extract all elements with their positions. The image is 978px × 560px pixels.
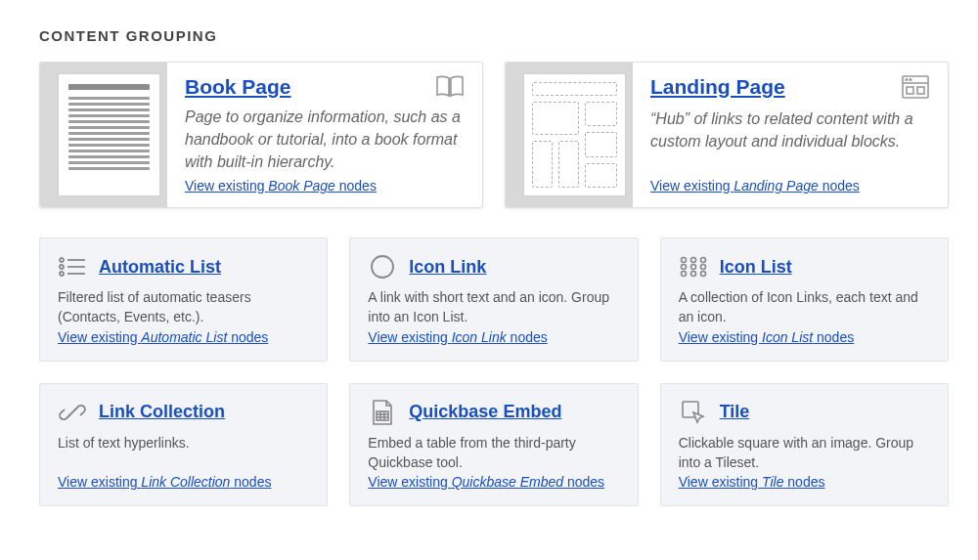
card-quickbase-embed: Quickbase Embed Embed a table from the t… xyxy=(349,383,638,507)
card-title-link[interactable]: Link Collection xyxy=(99,402,225,422)
card-link-collection: Link Collection List of text hyperlinks.… xyxy=(39,383,328,507)
view-link-prefix: View existing xyxy=(368,329,451,345)
dots-grid-icon xyxy=(679,254,708,280)
view-link-suffix: nodes xyxy=(230,474,271,490)
view-link-prefix: View existing xyxy=(650,178,734,194)
view-link-type: Landing Page xyxy=(734,178,818,194)
card-title-link[interactable]: Icon List xyxy=(720,257,792,278)
view-link-suffix: nodes xyxy=(819,178,860,194)
svg-line-23 xyxy=(68,409,76,416)
view-link-suffix: nodes xyxy=(563,474,604,490)
svg-point-17 xyxy=(681,265,686,270)
view-link-suffix: nodes xyxy=(227,329,268,345)
card-title-link[interactable]: Automatic List xyxy=(99,257,221,278)
card-desc: List of text hyperlinks. xyxy=(58,433,309,473)
svg-point-14 xyxy=(681,258,686,263)
table-file-icon xyxy=(368,400,397,425)
view-existing-link[interactable]: View existing Tile nodes xyxy=(679,474,930,490)
bullet-list-icon xyxy=(58,254,87,280)
svg-point-21 xyxy=(690,272,695,277)
svg-rect-24 xyxy=(377,411,388,420)
view-link-prefix: View existing xyxy=(368,474,451,490)
featured-thumb xyxy=(40,63,167,207)
card-desc: Clickable square with an image. Group in… xyxy=(679,433,930,473)
svg-rect-6 xyxy=(917,87,924,94)
featured-body: Book Page Page to organize information, … xyxy=(167,63,482,207)
view-link-suffix: nodes xyxy=(335,178,377,194)
document-thumb-icon xyxy=(58,73,160,196)
svg-point-18 xyxy=(690,265,695,270)
svg-point-3 xyxy=(906,79,908,81)
card-icon-list: Icon List A collection of Icon Links, ea… xyxy=(660,237,949,362)
card-desc: Embed a table from the third-party Quick… xyxy=(368,433,619,473)
view-link-suffix: nodes xyxy=(813,329,854,345)
view-link-prefix: View existing xyxy=(679,474,762,490)
view-existing-link[interactable]: View existing Quickbase Embed nodes xyxy=(368,474,619,490)
view-existing-link[interactable]: View existing Icon Link nodes xyxy=(368,329,619,345)
svg-point-13 xyxy=(372,256,393,278)
cursor-box-icon xyxy=(679,400,708,425)
circle-icon xyxy=(368,254,397,280)
card-title-link[interactable]: Tile xyxy=(720,402,750,422)
svg-point-22 xyxy=(700,272,705,277)
landing-thumb-icon xyxy=(523,73,626,196)
view-link-type: Automatic List xyxy=(141,329,227,345)
svg-rect-5 xyxy=(907,87,913,94)
view-link-prefix: View existing xyxy=(679,329,762,345)
svg-point-4 xyxy=(910,79,911,81)
card-title-link[interactable]: Quickbase Embed xyxy=(409,402,561,422)
view-link-type: Book Page xyxy=(268,178,335,194)
view-link-prefix: View existing xyxy=(58,474,141,490)
view-link-type: Icon List xyxy=(762,329,813,345)
view-existing-link[interactable]: View existing Landing Page nodes xyxy=(650,178,930,194)
card-tile: Tile Clickable square with an image. Gro… xyxy=(660,383,949,507)
featured-thumb xyxy=(506,63,633,207)
svg-point-16 xyxy=(700,258,705,263)
card-automatic-list: Automatic List Filtered list of automati… xyxy=(39,237,328,362)
card-desc: Filtered list of automatic teasers (Cont… xyxy=(58,287,309,327)
view-existing-link[interactable]: View existing Book Page nodes xyxy=(185,178,465,194)
card-title-link[interactable]: Icon Link xyxy=(409,257,486,278)
svg-point-9 xyxy=(60,265,64,269)
featured-title-link[interactable]: Book Page xyxy=(185,74,291,99)
chain-link-icon xyxy=(58,400,87,425)
view-link-prefix: View existing xyxy=(185,178,268,194)
featured-card-landing-page: Landing Page “Hub” of links to related c… xyxy=(505,62,949,208)
section-title: CONTENT GROUPING xyxy=(39,27,949,44)
view-link-type: Icon Link xyxy=(452,329,507,345)
featured-card-book-page: Book Page Page to organize information, … xyxy=(39,62,483,208)
view-existing-link[interactable]: View existing Automatic List nodes xyxy=(58,329,309,345)
view-link-suffix: nodes xyxy=(507,329,548,345)
svg-point-7 xyxy=(60,258,64,262)
book-open-icon xyxy=(435,74,465,102)
view-link-type: Link Collection xyxy=(141,474,230,490)
featured-body: Landing Page “Hub” of links to related c… xyxy=(633,63,948,207)
svg-point-19 xyxy=(700,265,705,270)
card-desc: A link with short text and an icon. Grou… xyxy=(368,287,619,327)
view-link-suffix: nodes xyxy=(783,474,824,490)
card-row: Link Collection List of text hyperlinks.… xyxy=(39,383,949,507)
view-existing-link[interactable]: View existing Icon List nodes xyxy=(679,329,930,345)
card-icon-link: Icon Link A link with short text and an … xyxy=(349,237,638,362)
view-existing-link[interactable]: View existing Link Collection nodes xyxy=(58,474,309,490)
view-link-type: Quickbase Embed xyxy=(452,474,563,490)
featured-desc: Page to organize information, such as a … xyxy=(185,106,465,174)
card-desc: A collection of Icon Links, each text an… xyxy=(679,287,930,327)
view-link-type: Tile xyxy=(762,474,783,490)
featured-title-link[interactable]: Landing Page xyxy=(650,74,785,99)
svg-point-20 xyxy=(681,272,686,277)
featured-desc: “Hub” of links to related content with a… xyxy=(650,108,930,174)
view-link-prefix: View existing xyxy=(58,329,141,345)
layout-icon xyxy=(901,74,930,104)
featured-row: Book Page Page to organize information, … xyxy=(39,62,949,208)
svg-point-15 xyxy=(690,258,695,263)
svg-point-11 xyxy=(60,272,64,276)
card-row: Automatic List Filtered list of automati… xyxy=(39,237,949,362)
